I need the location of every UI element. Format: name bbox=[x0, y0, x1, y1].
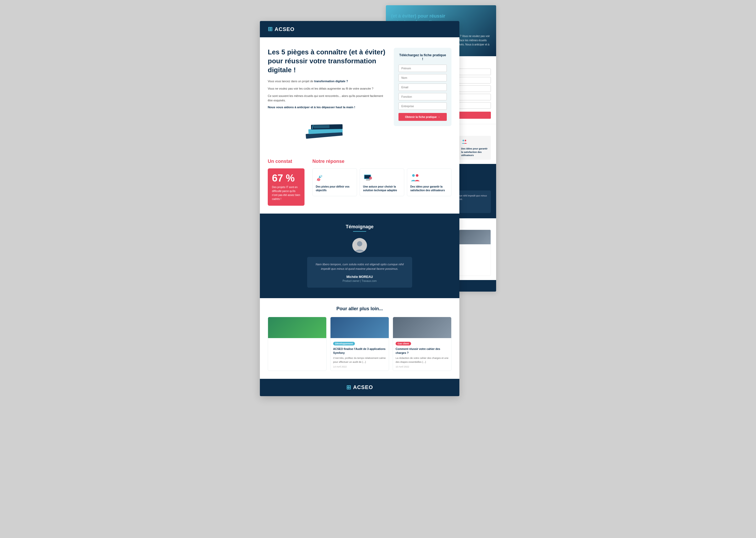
hero-image bbox=[268, 114, 386, 143]
form-field-nom[interactable] bbox=[399, 74, 447, 81]
svg-point-6 bbox=[465, 140, 466, 141]
laptop-icon: ! bbox=[363, 173, 373, 183]
more-section: Pour aller plus loin... Développement AC… bbox=[260, 298, 459, 379]
testimonial-quote: Nam libero tempore, cum soluta nobis est… bbox=[313, 262, 406, 271]
hero-left: Les 5 pièges à connaître (et à éviter) p… bbox=[268, 48, 386, 143]
testimonial-box: Nam libero tempore, cum soluta nobis est… bbox=[307, 257, 412, 288]
constat-reponse-section: Un constat 67 % Des projets IT sont en d… bbox=[260, 151, 459, 214]
testimonial-avatar bbox=[352, 238, 367, 253]
download-form: Téléchargez la fiche pratique ! Obtenir … bbox=[394, 48, 451, 126]
article-excerpt-2: La rédaction de votre cahier des charges… bbox=[396, 356, 449, 364]
books-illustration bbox=[303, 114, 351, 143]
avatar-icon bbox=[352, 238, 367, 253]
article-card-placeholder bbox=[268, 317, 327, 371]
stat-number: 67 % bbox=[272, 173, 300, 183]
back-article-body-3 bbox=[459, 244, 491, 247]
footer-logo-icon: ⊞ bbox=[346, 384, 351, 391]
logo-icon: ⊞ bbox=[268, 26, 272, 32]
article-body-1: Développement ACSEO finalise l'Audit de … bbox=[330, 338, 389, 371]
article-tag-1: Développement bbox=[333, 342, 355, 346]
article-excerpt-1: C'est très, profitez du temps relativeme… bbox=[333, 356, 386, 364]
site-header: ⊞ ACSEO bbox=[260, 21, 459, 37]
footer-logo: ⊞ ACSEO bbox=[346, 384, 373, 391]
constat-column: Un constat 67 % Des projets IT sont en d… bbox=[268, 159, 305, 208]
reponse-title: Notre réponse bbox=[312, 159, 451, 164]
hero-p1: Vous vous lancez dans un projet de trans… bbox=[268, 79, 386, 84]
scene: (et à éviter) pour réussirvotre transfor… bbox=[260, 5, 496, 396]
form-field-fonction[interactable] bbox=[399, 93, 447, 100]
stat-box: 67 % Des projets IT sont en difficulté p… bbox=[268, 168, 305, 206]
article-img-2 bbox=[393, 317, 451, 338]
reponse-card-text-3: Des idées pour garantir la satisfaction … bbox=[410, 185, 448, 192]
hero-p3: Ce sont souvent les mêmes écueils qui so… bbox=[268, 94, 386, 103]
people-icon bbox=[461, 138, 467, 145]
svg-rect-12 bbox=[314, 125, 329, 128]
form-submit-button[interactable]: Obtenir la fiche pratique → bbox=[399, 113, 447, 121]
article-card-1: Développement ACSEO finalise l'Audit de … bbox=[330, 317, 389, 371]
reponse-card-img-3 bbox=[410, 172, 448, 183]
users-icon bbox=[410, 172, 421, 183]
reponse-cards-grid: Des pistes pour définir vos objectifs ! bbox=[312, 168, 451, 196]
svg-point-13 bbox=[317, 178, 320, 181]
svg-point-14 bbox=[320, 175, 321, 177]
reponse-card-1: Des pistes pour définir vos objectifs bbox=[312, 168, 357, 196]
form-field-email[interactable] bbox=[399, 83, 447, 91]
article-img-1 bbox=[330, 317, 389, 338]
form-field-entreprise[interactable] bbox=[399, 102, 447, 110]
article-title-1: ACSEO finalise l'Audit de 3 applications… bbox=[333, 347, 386, 355]
svg-rect-17 bbox=[366, 180, 370, 180]
back-article-img-3 bbox=[459, 230, 491, 244]
testimonial-section: Témoignage Nam libero tempore, cum solut… bbox=[260, 214, 459, 298]
article-tag-2: Cas client bbox=[396, 342, 411, 346]
reponse-card-text-1: Des pistes pour définir vos objectifs bbox=[316, 185, 354, 192]
back-reponse-card-3: Des idées pour garantir la satisfaction … bbox=[459, 136, 491, 160]
testimonial-name: Michèle MOREAU bbox=[313, 275, 406, 279]
svg-point-22 bbox=[357, 241, 362, 246]
logo-text: ACSEO bbox=[275, 26, 295, 32]
site-footer: ⊞ ACSEO bbox=[260, 379, 459, 396]
constat-title: Un constat bbox=[268, 159, 305, 164]
stat-desc: Des projets IT sont en difficulté parce … bbox=[272, 185, 300, 201]
hero-highlight: Nous vous aidons à anticiper et à les dé… bbox=[268, 106, 386, 109]
svg-point-20 bbox=[412, 174, 415, 177]
article-img-placeholder bbox=[268, 317, 326, 338]
footer-logo-text: ACSEO bbox=[353, 384, 373, 390]
reponse-card-2: ! Une astuce pour choisir la solution te… bbox=[359, 168, 404, 196]
article-date-2: 10 Avril 2022 bbox=[396, 365, 449, 368]
rocket-icon bbox=[316, 173, 326, 183]
card-front: ⊞ ACSEO Les 5 pièges à connaître (et à é… bbox=[260, 21, 459, 396]
svg-point-21 bbox=[416, 174, 418, 177]
reponse-card-3: Des idées pour garantir la satisfaction … bbox=[407, 168, 451, 196]
reponse-card-img-2: ! bbox=[363, 172, 401, 183]
article-date-1: 14 Avril 2022 bbox=[333, 365, 386, 368]
reponse-card-img-1 bbox=[316, 172, 354, 183]
hero-section: Les 5 pièges à connaître (et à éviter) p… bbox=[260, 37, 459, 151]
back-article-3 bbox=[459, 230, 491, 276]
reponse-column: Notre réponse Des pistes pour définir vo… bbox=[312, 159, 451, 208]
reponse-card-text-2: Une astuce pour choisir la solution tech… bbox=[363, 185, 401, 192]
hero-title: Les 5 pièges à connaître (et à éviter) p… bbox=[268, 48, 386, 74]
testimonial-title: Témoignage bbox=[268, 224, 451, 230]
article-body-2: Cas client Comment réussir votre cahier … bbox=[393, 338, 451, 371]
article-card-2: Cas client Comment réussir votre cahier … bbox=[393, 317, 451, 371]
hero-p2: Vous ne voulez pas voir les coûts et les… bbox=[268, 86, 386, 91]
testimonial-underline bbox=[353, 231, 366, 232]
more-title: Pour aller plus loin... bbox=[268, 306, 451, 311]
svg-text:!: ! bbox=[370, 177, 371, 179]
svg-point-5 bbox=[462, 140, 464, 141]
articles-grid: Développement ACSEO finalise l'Audit de … bbox=[268, 317, 451, 371]
article-body-placeholder bbox=[268, 338, 326, 343]
logo: ⊞ ACSEO bbox=[268, 26, 295, 32]
form-field-prenom[interactable] bbox=[399, 65, 447, 72]
article-title-2: Comment réussir votre cahier des charges… bbox=[396, 347, 449, 355]
form-title: Téléchargez la fiche pratique ! bbox=[399, 53, 447, 61]
testimonial-role: Product owner | Travaux.com bbox=[313, 280, 406, 282]
